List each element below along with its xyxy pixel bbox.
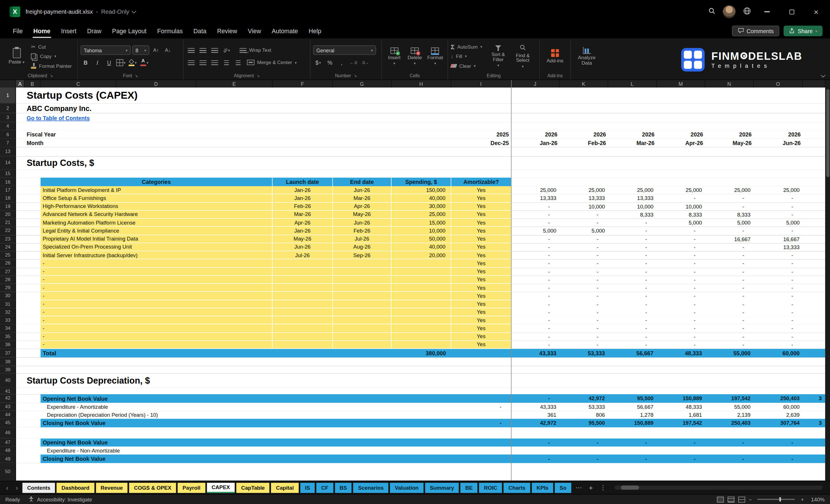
category-cell-28[interactable]: -	[41, 276, 273, 284]
month-value-24-N[interactable]: -	[705, 243, 754, 251]
month-value-24-M[interactable]: -	[657, 243, 705, 251]
row-header-46[interactable]: 46	[0, 427, 16, 438]
launch-date-cell-33[interactable]	[273, 316, 333, 324]
sheet-tab-is[interactable]: IS	[300, 482, 315, 493]
sheet-tab-captable[interactable]: CapTable	[236, 482, 269, 493]
month-value-21-K[interactable]: -	[560, 219, 608, 227]
page-break-view-button[interactable]	[738, 496, 745, 502]
spending-cell-36[interactable]	[391, 341, 451, 349]
comma-style-button[interactable]: ,	[337, 58, 347, 67]
month-value-31-L[interactable]: -	[608, 300, 657, 308]
month-value-26-L[interactable]: -	[608, 259, 657, 267]
row-header-22[interactable]: 22	[0, 227, 16, 235]
comments-button[interactable]: Comments	[732, 26, 779, 36]
dep-value-45-J[interactable]: 42,972	[511, 419, 560, 427]
italic-button[interactable]: I	[92, 58, 102, 67]
month-value-36-L[interactable]: -	[608, 341, 657, 349]
row-header-30[interactable]: 30	[0, 292, 16, 300]
month-value-27-L[interactable]: -	[608, 267, 657, 276]
month-value-28-O[interactable]: -	[754, 276, 803, 284]
month-value-32-O[interactable]: -	[754, 308, 803, 316]
amortizable-cell-29[interactable]: Yes	[451, 284, 511, 292]
month-value-29-N[interactable]: -	[705, 284, 754, 292]
end-date-cell-34[interactable]	[333, 324, 391, 333]
zoom-slider[interactable]	[758, 499, 795, 500]
month-value-34-K[interactable]: -	[560, 324, 608, 333]
amortizable-cell-27[interactable]: Yes	[451, 267, 511, 276]
dep-value-42-K[interactable]: 42,972	[560, 394, 608, 403]
dep-value-44-O[interactable]: 2,639	[754, 411, 803, 419]
end-date-cell-27[interactable]	[333, 267, 391, 276]
sheet-tab-cogs-opex[interactable]: COGS & OPEX	[129, 482, 176, 493]
month-value-18-J[interactable]: 13,333	[511, 194, 560, 202]
menu-tab-insert[interactable]: Insert	[56, 24, 82, 38]
category-cell-32[interactable]: -	[41, 308, 273, 316]
sheet-tab-charts[interactable]: Charts	[504, 482, 530, 493]
sheet-tab-revenue[interactable]: Revenue	[96, 482, 128, 493]
dep-value-49-L[interactable]: -	[608, 454, 657, 463]
month-value-20-J[interactable]: -	[511, 211, 560, 219]
month-value-23-K[interactable]: -	[560, 235, 608, 243]
amortizable-cell-28[interactable]: Yes	[451, 276, 511, 284]
row-header-41[interactable]: 41	[0, 388, 16, 394]
spending-cell-21[interactable]: 15,000	[391, 219, 451, 227]
row-header-14[interactable]: 14	[0, 156, 16, 169]
month-value-25-K[interactable]: -	[560, 251, 608, 259]
align-middle-button[interactable]	[198, 45, 208, 55]
amortizable-cell-30[interactable]: Yes	[451, 292, 511, 300]
end-date-cell-33[interactable]	[333, 316, 391, 324]
month-value-36-N[interactable]: -	[705, 341, 754, 349]
sheet-tab-dashboard[interactable]: Dashboard	[57, 482, 94, 493]
zoom-level[interactable]: 140%	[808, 496, 825, 502]
spending-cell-28[interactable]	[391, 276, 451, 284]
row-header-15[interactable]: 15	[0, 169, 16, 178]
decrease-indent-button[interactable]	[221, 58, 231, 67]
category-cell-17[interactable]: Initial Platform Development & IP	[41, 186, 273, 194]
amortizable-cell-20[interactable]: Yes	[451, 211, 511, 219]
dep-value-47-J[interactable]: -	[511, 438, 560, 446]
row-header-50[interactable]: 50	[0, 463, 16, 480]
row-header-38[interactable]: 38	[0, 357, 16, 366]
month-value-35-L[interactable]: -	[608, 333, 657, 341]
launch-date-cell-35[interactable]	[273, 333, 333, 341]
month-value-22-L[interactable]: -	[608, 227, 657, 235]
page-layout-view-button[interactable]	[728, 496, 734, 502]
month-value-20-N[interactable]: 8,333	[705, 211, 754, 219]
sort-filter-button[interactable]: Sort & Filter▾	[486, 45, 511, 67]
month-value-20-O[interactable]: -	[754, 211, 803, 219]
dep-value-44-J[interactable]: 361	[511, 411, 560, 419]
sheet-tab-capex[interactable]: CAPEX	[207, 482, 235, 493]
launch-date-cell-36[interactable]	[273, 341, 333, 349]
row-header-34[interactable]: 34	[0, 324, 16, 333]
month-value-22-M[interactable]: -	[657, 227, 705, 235]
month-value-26-M[interactable]: -	[657, 259, 705, 267]
dep-value-43-L[interactable]: 56,667	[608, 403, 657, 410]
row-header-44[interactable]: 44	[0, 411, 16, 419]
category-cell-29[interactable]: -	[41, 284, 273, 292]
row-header-18[interactable]: 18	[0, 194, 16, 202]
month-value-19-O[interactable]: -	[754, 202, 803, 211]
row-header-6[interactable]: 6	[0, 130, 16, 139]
user-avatar[interactable]	[723, 5, 736, 18]
launch-date-cell-17[interactable]: Jan-26	[273, 186, 333, 194]
copy-button[interactable]: Copy▾	[31, 52, 72, 60]
end-date-cell-25[interactable]: Sep-26	[333, 251, 391, 259]
tab-scroll-right-icon[interactable]: ›	[13, 484, 21, 492]
underline-button[interactable]: U	[104, 58, 114, 67]
total-month-L[interactable]: 56,667	[608, 349, 657, 357]
row-header-26[interactable]: 26	[0, 259, 16, 267]
amortizable-cell-31[interactable]: Yes	[451, 300, 511, 308]
total-month-K[interactable]: 53,333	[560, 349, 608, 357]
spending-cell-30[interactable]	[391, 292, 451, 300]
month-value-22-K[interactable]: 5,000	[560, 227, 608, 235]
month-value-26-J[interactable]: -	[511, 259, 560, 267]
end-date-cell-36[interactable]	[333, 341, 391, 349]
column-header-G[interactable]: G	[333, 80, 391, 88]
row-header-7[interactable]: 7	[0, 139, 16, 147]
end-date-cell-30[interactable]	[333, 292, 391, 300]
month-value-32-N[interactable]: -	[705, 308, 754, 316]
category-cell-18[interactable]: Office Setup & Furnishings	[41, 194, 273, 202]
increase-decimal-button[interactable]: ←.0	[348, 58, 358, 67]
row-header-37[interactable]: 37	[0, 349, 16, 357]
row-header-28[interactable]: 28	[0, 276, 16, 284]
